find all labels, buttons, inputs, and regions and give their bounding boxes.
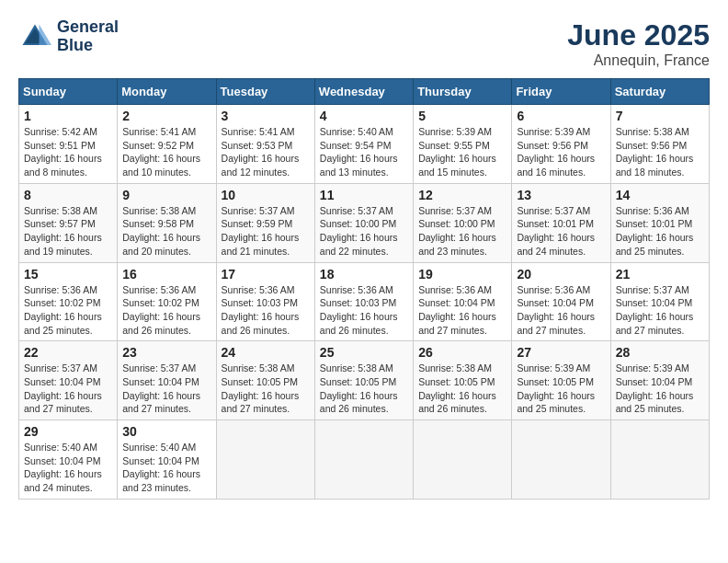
calendar-cell: 17 Sunrise: 5:36 AM Sunset: 10:03 PM Day… bbox=[216, 262, 314, 341]
logo: General Blue bbox=[18, 18, 119, 55]
col-thursday: Thursday bbox=[414, 79, 512, 105]
col-wednesday: Wednesday bbox=[314, 79, 413, 105]
day-info: Sunrise: 5:41 AM Sunset: 9:52 PM Dayligh… bbox=[122, 125, 210, 179]
calendar-cell: 2 Sunrise: 5:41 AM Sunset: 9:52 PM Dayli… bbox=[118, 105, 216, 184]
day-number: 21 bbox=[616, 267, 704, 282]
calendar-cell: 22 Sunrise: 5:37 AM Sunset: 10:04 PM Day… bbox=[19, 341, 118, 420]
day-number: 4 bbox=[320, 109, 408, 123]
day-number: 9 bbox=[122, 188, 210, 202]
day-number: 12 bbox=[418, 188, 506, 202]
calendar-cell: 9 Sunrise: 5:38 AM Sunset: 9:58 PM Dayli… bbox=[118, 183, 216, 262]
calendar-header: Sunday Monday Tuesday Wednesday Thursday… bbox=[19, 79, 710, 105]
calendar-cell: 7 Sunrise: 5:38 AM Sunset: 9:56 PM Dayli… bbox=[610, 105, 709, 184]
day-number: 27 bbox=[517, 345, 605, 360]
day-info: Sunrise: 5:37 AM Sunset: 10:00 PM Daylig… bbox=[320, 204, 408, 259]
day-info: Sunrise: 5:40 AM Sunset: 9:54 PM Dayligh… bbox=[320, 125, 408, 179]
page-header: General Blue June 2025 Annequin, France bbox=[18, 18, 710, 69]
svg-marker-2 bbox=[40, 24, 52, 45]
calendar-cell bbox=[216, 420, 314, 500]
day-info: Sunrise: 5:39 AM Sunset: 10:05 PM Daylig… bbox=[517, 362, 605, 416]
calendar-cell bbox=[414, 420, 512, 500]
day-number: 5 bbox=[418, 109, 506, 123]
day-number: 20 bbox=[517, 267, 605, 282]
calendar-row: 22 Sunrise: 5:37 AM Sunset: 10:04 PM Day… bbox=[19, 341, 710, 420]
day-info: Sunrise: 5:36 AM Sunset: 10:04 PM Daylig… bbox=[418, 283, 506, 338]
day-number: 10 bbox=[222, 188, 310, 202]
calendar-cell: 5 Sunrise: 5:39 AM Sunset: 9:55 PM Dayli… bbox=[414, 105, 512, 184]
day-number: 14 bbox=[616, 188, 704, 202]
day-number: 16 bbox=[122, 267, 210, 282]
calendar-cell: 30 Sunrise: 5:40 AM Sunset: 10:04 PM Day… bbox=[118, 420, 216, 500]
day-number: 17 bbox=[222, 267, 310, 282]
day-number: 3 bbox=[222, 109, 310, 123]
day-info: Sunrise: 5:40 AM Sunset: 10:04 PM Daylig… bbox=[122, 441, 210, 495]
calendar-cell: 12 Sunrise: 5:37 AM Sunset: 10:00 PM Day… bbox=[414, 183, 512, 262]
col-saturday: Saturday bbox=[610, 79, 709, 105]
day-info: Sunrise: 5:38 AM Sunset: 9:58 PM Dayligh… bbox=[122, 204, 210, 259]
day-number: 28 bbox=[616, 345, 704, 360]
logo-icon bbox=[18, 20, 51, 53]
title-block: June 2025 Annequin, France bbox=[567, 18, 710, 69]
calendar-cell: 11 Sunrise: 5:37 AM Sunset: 10:00 PM Day… bbox=[314, 183, 413, 262]
day-info: Sunrise: 5:41 AM Sunset: 9:53 PM Dayligh… bbox=[222, 125, 310, 179]
calendar-cell: 8 Sunrise: 5:38 AM Sunset: 9:57 PM Dayli… bbox=[19, 183, 118, 262]
day-info: Sunrise: 5:36 AM Sunset: 10:03 PM Daylig… bbox=[222, 283, 310, 338]
day-info: Sunrise: 5:39 AM Sunset: 10:04 PM Daylig… bbox=[616, 362, 704, 416]
day-info: Sunrise: 5:37 AM Sunset: 10:04 PM Daylig… bbox=[616, 283, 704, 338]
day-info: Sunrise: 5:36 AM Sunset: 10:04 PM Daylig… bbox=[517, 283, 605, 338]
col-tuesday: Tuesday bbox=[216, 79, 314, 105]
logo-text: General Blue bbox=[57, 18, 119, 55]
calendar-cell: 21 Sunrise: 5:37 AM Sunset: 10:04 PM Day… bbox=[610, 262, 709, 341]
header-row: Sunday Monday Tuesday Wednesday Thursday… bbox=[19, 79, 710, 105]
calendar-cell: 6 Sunrise: 5:39 AM Sunset: 9:56 PM Dayli… bbox=[512, 105, 610, 184]
calendar-row: 15 Sunrise: 5:36 AM Sunset: 10:02 PM Day… bbox=[19, 262, 710, 341]
calendar-cell: 4 Sunrise: 5:40 AM Sunset: 9:54 PM Dayli… bbox=[314, 105, 413, 184]
calendar-cell: 10 Sunrise: 5:37 AM Sunset: 9:59 PM Dayl… bbox=[216, 183, 314, 262]
calendar-cell: 19 Sunrise: 5:36 AM Sunset: 10:04 PM Day… bbox=[414, 262, 512, 341]
day-info: Sunrise: 5:36 AM Sunset: 10:01 PM Daylig… bbox=[616, 204, 704, 259]
col-sunday: Sunday bbox=[19, 79, 118, 105]
calendar-cell: 20 Sunrise: 5:36 AM Sunset: 10:04 PM Day… bbox=[512, 262, 610, 341]
day-number: 25 bbox=[320, 345, 408, 360]
calendar-cell: 13 Sunrise: 5:37 AM Sunset: 10:01 PM Day… bbox=[512, 183, 610, 262]
day-info: Sunrise: 5:38 AM Sunset: 9:56 PM Dayligh… bbox=[616, 125, 704, 179]
day-info: Sunrise: 5:36 AM Sunset: 10:02 PM Daylig… bbox=[24, 283, 112, 338]
calendar-cell: 23 Sunrise: 5:37 AM Sunset: 10:04 PM Day… bbox=[118, 341, 216, 420]
day-number: 22 bbox=[24, 345, 112, 360]
calendar-row: 8 Sunrise: 5:38 AM Sunset: 9:57 PM Dayli… bbox=[19, 183, 710, 262]
day-info: Sunrise: 5:36 AM Sunset: 10:02 PM Daylig… bbox=[122, 283, 210, 338]
location-title: Annequin, France bbox=[567, 52, 710, 69]
day-info: Sunrise: 5:37 AM Sunset: 10:04 PM Daylig… bbox=[122, 362, 210, 416]
day-info: Sunrise: 5:37 AM Sunset: 10:01 PM Daylig… bbox=[517, 204, 605, 259]
calendar-row: 29 Sunrise: 5:40 AM Sunset: 10:04 PM Day… bbox=[19, 420, 710, 500]
calendar-row: 1 Sunrise: 5:42 AM Sunset: 9:51 PM Dayli… bbox=[19, 105, 710, 184]
day-info: Sunrise: 5:36 AM Sunset: 10:03 PM Daylig… bbox=[320, 283, 408, 338]
day-info: Sunrise: 5:39 AM Sunset: 9:55 PM Dayligh… bbox=[418, 125, 506, 179]
day-info: Sunrise: 5:39 AM Sunset: 9:56 PM Dayligh… bbox=[517, 125, 605, 179]
day-number: 19 bbox=[418, 267, 506, 282]
day-number: 23 bbox=[122, 345, 210, 360]
calendar-cell bbox=[610, 420, 709, 500]
day-number: 15 bbox=[24, 267, 112, 282]
calendar-cell: 1 Sunrise: 5:42 AM Sunset: 9:51 PM Dayli… bbox=[19, 105, 118, 184]
day-info: Sunrise: 5:38 AM Sunset: 9:57 PM Dayligh… bbox=[24, 204, 112, 259]
day-info: Sunrise: 5:38 AM Sunset: 10:05 PM Daylig… bbox=[222, 362, 310, 416]
day-number: 6 bbox=[517, 109, 605, 123]
day-number: 29 bbox=[24, 424, 112, 439]
calendar-cell: 27 Sunrise: 5:39 AM Sunset: 10:05 PM Day… bbox=[512, 341, 610, 420]
calendar-cell: 15 Sunrise: 5:36 AM Sunset: 10:02 PM Day… bbox=[19, 262, 118, 341]
calendar-cell: 14 Sunrise: 5:36 AM Sunset: 10:01 PM Day… bbox=[610, 183, 709, 262]
day-info: Sunrise: 5:38 AM Sunset: 10:05 PM Daylig… bbox=[418, 362, 506, 416]
day-info: Sunrise: 5:38 AM Sunset: 10:05 PM Daylig… bbox=[320, 362, 408, 416]
day-number: 30 bbox=[122, 424, 210, 439]
day-info: Sunrise: 5:40 AM Sunset: 10:04 PM Daylig… bbox=[24, 441, 112, 495]
calendar-cell: 28 Sunrise: 5:39 AM Sunset: 10:04 PM Day… bbox=[610, 341, 709, 420]
calendar-cell: 25 Sunrise: 5:38 AM Sunset: 10:05 PM Day… bbox=[314, 341, 413, 420]
month-title: June 2025 bbox=[567, 18, 710, 52]
day-number: 11 bbox=[320, 188, 408, 202]
calendar-cell bbox=[512, 420, 610, 500]
day-info: Sunrise: 5:37 AM Sunset: 9:59 PM Dayligh… bbox=[222, 204, 310, 259]
calendar-cell: 18 Sunrise: 5:36 AM Sunset: 10:03 PM Day… bbox=[314, 262, 413, 341]
calendar-cell: 29 Sunrise: 5:40 AM Sunset: 10:04 PM Day… bbox=[19, 420, 118, 500]
calendar-cell: 24 Sunrise: 5:38 AM Sunset: 10:05 PM Day… bbox=[216, 341, 314, 420]
